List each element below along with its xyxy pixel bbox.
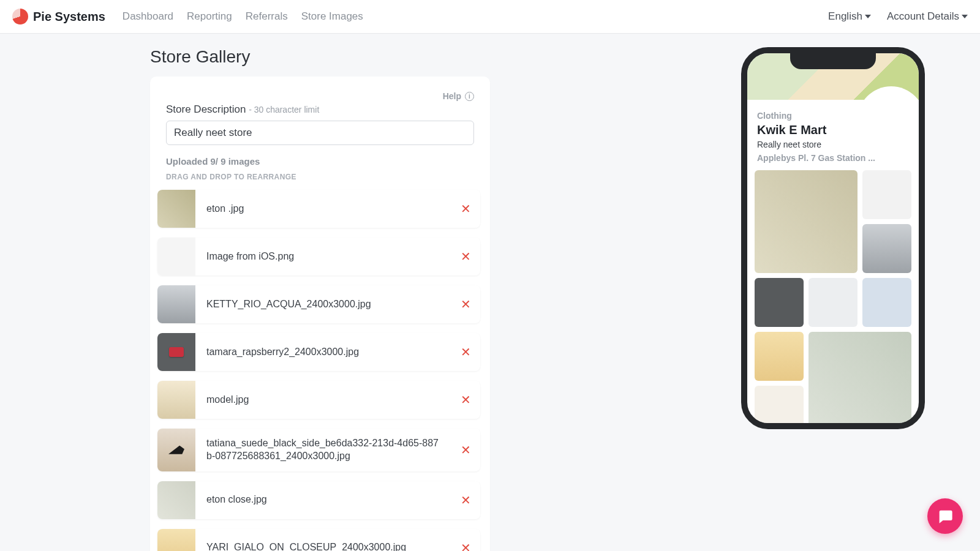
file-list: eton .jpg ✕ Image from iOS.png ✕ KETTY_R… xyxy=(157,190,480,551)
file-row[interactable]: tamara_rapsberry2_2400x3000.jpg ✕ xyxy=(157,333,480,371)
file-thumbnail xyxy=(157,333,195,371)
file-thumbnail xyxy=(157,238,195,276)
file-name: YARI_GIALO_ON_CLOSEUP_2400x3000.jpg xyxy=(195,529,451,551)
page-title: Store Gallery xyxy=(150,47,490,67)
file-name: tatiana_suede_black_side_be6da332-213d-4… xyxy=(195,429,451,471)
file-row[interactable]: tatiana_suede_black_side_be6da332-213d-4… xyxy=(157,429,480,471)
nav-reporting[interactable]: Reporting xyxy=(187,10,232,23)
phone-preview: Clothing Kwik E Mart Really neet store A… xyxy=(741,47,925,429)
nav-referrals[interactable]: Referrals xyxy=(246,10,288,23)
file-thumbnail xyxy=(157,481,195,519)
preview-tile xyxy=(755,332,804,381)
main-nav: Dashboard Reporting Referrals Store Imag… xyxy=(123,10,363,23)
chat-icon xyxy=(937,508,954,525)
brand: Pie Systems xyxy=(12,9,105,24)
file-name: Image from iOS.png xyxy=(195,238,451,276)
remove-file-button[interactable]: ✕ xyxy=(451,190,480,228)
upload-count: Uploaded 9/ 9 images xyxy=(166,156,474,167)
help-link[interactable]: Help i xyxy=(443,91,474,101)
file-thumbnail xyxy=(157,285,195,323)
remove-file-button[interactable]: ✕ xyxy=(451,481,480,519)
file-row[interactable]: eton close.jpg ✕ xyxy=(157,481,480,519)
preview-tile xyxy=(755,278,804,327)
description-input[interactable] xyxy=(166,121,474,145)
nav-dashboard[interactable]: Dashboard xyxy=(123,10,173,23)
logo-icon xyxy=(12,9,28,24)
file-name: eton close.jpg xyxy=(195,481,451,519)
right-nav: English Account Details xyxy=(828,10,968,23)
file-row[interactable]: eton .jpg ✕ xyxy=(157,190,480,228)
file-row[interactable]: Image from iOS.png ✕ xyxy=(157,238,480,276)
file-row[interactable]: KETTY_RIO_ACQUA_2400x3000.jpg ✕ xyxy=(157,285,480,323)
info-icon: i xyxy=(465,92,474,101)
preview-tile xyxy=(755,170,858,273)
left-column: Store Gallery Help i Store Description -… xyxy=(150,47,490,551)
chat-widget-button[interactable] xyxy=(927,498,963,534)
account-menu[interactable]: Account Details xyxy=(887,10,968,23)
remove-file-button[interactable]: ✕ xyxy=(451,381,480,419)
chevron-down-icon xyxy=(865,15,871,18)
remove-file-button[interactable]: ✕ xyxy=(451,529,480,551)
phone-notch xyxy=(790,53,876,69)
file-name: eton .jpg xyxy=(195,190,451,228)
remove-file-button[interactable]: ✕ xyxy=(451,285,480,323)
preview-tile xyxy=(809,278,858,327)
preview-tile xyxy=(862,224,911,273)
file-thumbnail xyxy=(157,529,195,551)
description-label: Store Description - 30 character limit xyxy=(166,103,474,116)
file-thumbnail xyxy=(157,381,195,419)
brand-name: Pie Systems xyxy=(33,10,105,24)
file-row[interactable]: YARI_GIALO_ON_CLOSEUP_2400x3000.jpg ✕ xyxy=(157,529,480,551)
file-thumbnail xyxy=(157,190,195,228)
preview-tile xyxy=(755,386,804,429)
preview-image-grid xyxy=(747,170,919,429)
preview-tile xyxy=(862,278,911,327)
preview-tile xyxy=(809,332,911,429)
file-thumbnail xyxy=(157,429,195,471)
remove-file-button[interactable]: ✕ xyxy=(451,238,480,276)
preview-tile xyxy=(862,170,911,219)
drag-hint: DRAG AND DROP TO REARRANGE xyxy=(166,173,474,181)
preview-address: Applebys Pl. 7 Gas Station ... xyxy=(757,153,909,163)
file-row[interactable]: model.jpg ✕ xyxy=(157,381,480,419)
language-switcher[interactable]: English xyxy=(828,10,871,23)
remove-file-button[interactable]: ✕ xyxy=(451,333,480,371)
file-name: tamara_rapsberry2_2400x3000.jpg xyxy=(195,333,451,371)
topbar: Pie Systems Dashboard Reporting Referral… xyxy=(0,0,980,34)
file-name: model.jpg xyxy=(195,381,451,419)
nav-store-images[interactable]: Store Images xyxy=(301,10,363,23)
remove-file-button[interactable]: ✕ xyxy=(451,429,480,471)
chevron-down-icon xyxy=(962,15,968,18)
file-name: KETTY_RIO_ACQUA_2400x3000.jpg xyxy=(195,285,451,323)
store-description-card: Help i Store Description - 30 character … xyxy=(150,77,490,551)
